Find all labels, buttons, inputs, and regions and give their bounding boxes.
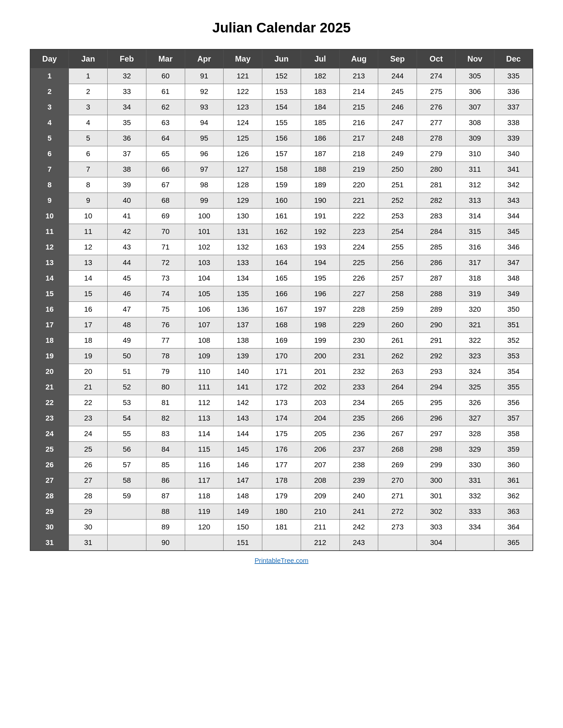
dec-cell: 347 [494,255,533,271]
oct-cell: 282 [417,193,456,208]
jul-cell: 202 [301,380,340,395]
dec-cell: 361 [494,473,533,488]
jul-cell: 203 [301,395,340,411]
aug-cell: 239 [340,473,378,488]
may-cell: 131 [223,224,262,240]
sep-cell: 266 [378,411,417,426]
nov-cell: 322 [455,333,494,348]
nov-cell: 317 [455,255,494,271]
apr-cell: 105 [185,286,223,302]
table-row: 22336192122153183214245275306336 [30,84,533,100]
dec-cell: 335 [494,68,533,84]
dec-cell: 336 [494,84,533,100]
dec-cell: 340 [494,146,533,162]
mar-cell: 90 [146,535,185,551]
mar-cell: 89 [146,520,185,535]
aug-cell: 224 [340,240,378,255]
column-header-apr: Apr [185,49,223,68]
sep-cell: 259 [378,302,417,317]
mar-cell: 77 [146,333,185,348]
aug-cell: 229 [340,317,378,333]
day-cell: 17 [30,317,69,333]
oct-cell: 304 [417,535,456,551]
apr-cell: 99 [185,193,223,208]
sep-cell: 263 [378,364,417,380]
day-cell: 6 [30,146,69,162]
aug-cell: 243 [340,535,378,551]
nov-cell: 325 [455,380,494,395]
apr-cell: 114 [185,426,223,442]
may-cell: 123 [223,100,262,115]
oct-cell: 279 [417,146,456,162]
jan-cell: 17 [69,317,108,333]
sep-cell: 264 [378,380,417,395]
oct-cell: 280 [417,162,456,177]
sep-cell: 246 [378,100,417,115]
aug-cell: 219 [340,162,378,177]
dec-cell: 363 [494,504,533,520]
jun-cell: 159 [262,177,301,193]
oct-cell: 303 [417,520,456,535]
nov-cell: 312 [455,177,494,193]
nov-cell: 334 [455,520,494,535]
nov-cell: 316 [455,240,494,255]
nov-cell: 306 [455,84,494,100]
table-row: 12124371102132163193224255285316346 [30,240,533,255]
table-row: 25255684115145176206237268298329359 [30,442,533,457]
nov-cell: 330 [455,457,494,473]
apr-cell: 94 [185,115,223,131]
dec-cell: 339 [494,131,533,146]
feb-cell: 32 [108,68,146,84]
apr-cell: 117 [185,473,223,488]
apr-cell: 92 [185,84,223,100]
oct-cell: 300 [417,473,456,488]
calendar-body: 1132609112115218221324427430533522336192… [30,68,533,551]
oct-cell: 290 [417,317,456,333]
mar-cell: 71 [146,240,185,255]
mar-cell: 82 [146,411,185,426]
apr-cell: 95 [185,131,223,146]
day-cell: 8 [30,177,69,193]
aug-cell: 242 [340,520,378,535]
jan-cell: 23 [69,411,108,426]
jul-cell: 197 [301,302,340,317]
jun-cell: 181 [262,520,301,535]
feb-cell: 44 [108,255,146,271]
may-cell: 141 [223,380,262,395]
mar-cell: 75 [146,302,185,317]
nov-cell: 333 [455,504,494,520]
apr-cell: 113 [185,411,223,426]
dec-cell: 365 [494,535,533,551]
nov-cell: 310 [455,146,494,162]
oct-cell: 285 [417,240,456,255]
jun-cell: 180 [262,504,301,520]
feb-cell: 58 [108,473,146,488]
apr-cell: 109 [185,348,223,364]
jan-cell: 5 [69,131,108,146]
dec-cell: 356 [494,395,533,411]
apr-cell: 91 [185,68,223,84]
nov-cell [455,535,494,551]
day-cell: 28 [30,488,69,504]
may-cell: 133 [223,255,262,271]
jul-cell: 196 [301,286,340,302]
sep-cell: 261 [378,333,417,348]
may-cell: 122 [223,84,262,100]
nov-cell: 321 [455,317,494,333]
dec-cell: 346 [494,240,533,255]
table-row: 17174876107137168198229260290321351 [30,317,533,333]
may-cell: 127 [223,162,262,177]
dec-cell: 364 [494,520,533,535]
nov-cell: 305 [455,68,494,84]
apr-cell: 116 [185,457,223,473]
jan-cell: 24 [69,426,108,442]
apr-cell: 118 [185,488,223,504]
jul-cell: 199 [301,333,340,348]
jun-cell: 177 [262,457,301,473]
sep-cell: 271 [378,488,417,504]
jun-cell: 171 [262,364,301,380]
footer-link[interactable]: PrintableTree.com [255,557,309,564]
jul-cell: 193 [301,240,340,255]
may-cell: 134 [223,271,262,286]
jul-cell: 182 [301,68,340,84]
